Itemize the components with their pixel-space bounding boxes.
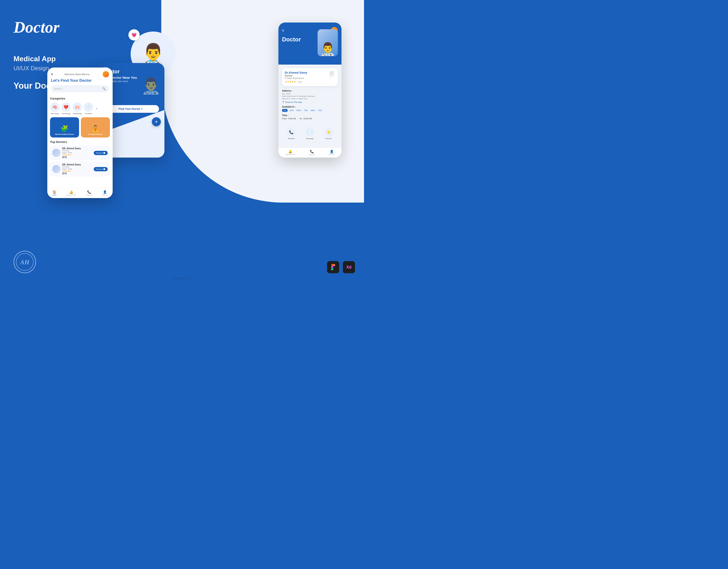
women-label: All About Women (88, 133, 103, 135)
address-label: Address : (282, 90, 338, 92)
logo: AH (14, 251, 36, 273)
detail-account-icon: 👤 (330, 150, 334, 153)
request-btn-1[interactable]: Request 🕐 (94, 151, 108, 155)
detail-nav-appointments[interactable]: 🔔 Appointments (285, 150, 295, 155)
phone-main: ≡ Welcome Back Menna .. Let's Find Your … (47, 68, 113, 198)
categories-row: 🧠 Neurology ❤️ Cardiology 🫁 Hepatology 🦷… (50, 102, 110, 115)
articles-row: 🧩 Mental Health Articles 🧘 All About Wom… (50, 117, 110, 138)
detail-menu-icon[interactable]: ≡ (282, 29, 284, 33)
action-review[interactable]: ⭐ Review (324, 128, 333, 140)
show-on-map[interactable]: 📍 Show On The Map (282, 101, 338, 103)
time-label: Time : (282, 114, 338, 117)
category-cardiology[interactable]: ❤️ Cardiology (61, 102, 71, 115)
detail-bottom-nav: 🔔 Appointments 📞 Request 👤 Account (278, 148, 341, 158)
find-doctor-title: Let's Find Your Doctor (51, 78, 109, 83)
review-action-label: Review (326, 138, 332, 140)
request-action-label: Request (288, 138, 295, 140)
figma-logo-svg (330, 264, 336, 270)
figma-icon (327, 261, 339, 273)
nav-appointments-label: Appointments (66, 194, 76, 196)
detail-nav-account[interactable]: 👤 Account (329, 150, 334, 155)
nav-home[interactable]: 🏠 Home (52, 190, 57, 196)
address-value: Apt . TantaIslted Street Next To Pyramid… (282, 93, 338, 100)
logo-initials: AH (14, 251, 36, 273)
search-icon[interactable]: 🔍 (102, 87, 106, 91)
time-section: Time : From : 9:00 AM To : 10:00 PM (282, 114, 338, 120)
women-icon: 🧘 (91, 125, 99, 132)
neurology-label: Neurology (51, 113, 59, 115)
search-bar[interactable]: Search... 🔍 (51, 85, 109, 92)
category-hepatology[interactable]: 🫁 Hepatology (73, 102, 82, 115)
detail-request-icon: 📞 (310, 150, 314, 153)
phone-detail: ≡ Doctor 👨‍⚕️ Dr.Ahmed Samy Dentist 5 Ye… (278, 23, 341, 158)
doctor-card-2[interactable]: DR. Ahmed Samy Dentistry Egypt -Tanta ★★… (50, 162, 110, 177)
day-thu: THU (317, 109, 323, 112)
category-neurology[interactable]: 🧠 Neurology (50, 102, 59, 115)
doctor-loc-1: Egypt -Tanta (62, 152, 92, 154)
search-placeholder: Search... (54, 87, 100, 90)
doctor-price-2: 10 $ (62, 172, 92, 175)
tools-panel: Xd (327, 261, 355, 273)
top-doctors-title: Top Doctors (50, 140, 110, 144)
doctor-photo-emoji: 👨‍⚕️ (320, 42, 336, 56)
neurology-icon: 🧠 (50, 102, 59, 112)
request-action-icon: 📞 (287, 128, 296, 137)
request-icon: 📞 (87, 190, 91, 194)
review-count: +223 (297, 81, 302, 83)
day-wed: WED (310, 109, 316, 112)
heartbeat-icon: 💗 (128, 29, 140, 41)
doctor-spec-1: Dentistry (62, 150, 92, 152)
account-icon: 👤 (103, 190, 107, 194)
dentistry-icon: 🦷 (84, 102, 93, 112)
nav-request-label: Request (86, 194, 92, 196)
categories-title: Caregories (50, 97, 110, 100)
categories-arrow[interactable]: › (96, 107, 97, 111)
svg-text:AH: AH (20, 259, 30, 266)
action-message[interactable]: ✉️ Message (305, 128, 314, 140)
hamburger-icon[interactable]: ≡ (51, 72, 53, 76)
action-buttons: 📞 Request ✉️ Message ⭐ Review (282, 128, 338, 140)
nav-appointments[interactable]: 🔔 Appointments (66, 190, 76, 196)
doctor-detail-card: Dr.Ahmed Samy Dentist 5 Years Experience… (282, 68, 338, 86)
app-subtitle: Medical App (14, 55, 104, 63)
xd-label: Xd (346, 265, 351, 270)
doctor-name-1: DR. Ahmed Samy (62, 147, 92, 150)
doctor-name-2: DR. Ahmed Samy (62, 164, 92, 166)
doctor-price-1: 10 $ (62, 156, 92, 159)
address-section: Address : Apt . TantaIslted Street Next … (282, 90, 338, 103)
detail-nav-request[interactable]: 📞 Request (309, 150, 315, 155)
request-btn-2[interactable]: Request 🕐 (94, 167, 108, 171)
doctor-stars-2: ★★★★★ (62, 170, 92, 172)
message-action-icon: ✉️ (305, 128, 314, 137)
doctor-detail-name: Dr.Ahmed Samy (285, 71, 335, 74)
from-time: From : 9:00 AM (282, 118, 296, 120)
category-dentistry[interactable]: 🦷 Dentistry (84, 102, 93, 115)
banner-doctor-emoji: 👨‍⚕️ (141, 77, 161, 95)
nav-request[interactable]: 📞 Request (86, 190, 92, 196)
doctor-card-1[interactable]: DR. Ahmed Samy Dentistry Egypt -Tanta ★★… (50, 145, 110, 160)
mental-health-article-card[interactable]: 🧩 Mental Health Articles (50, 117, 79, 138)
doctor-avatar-1 (52, 149, 60, 157)
doctor-avatar-2 (52, 165, 60, 173)
review-action-icon: ⭐ (324, 128, 333, 137)
mental-health-label: Mental Health Articles (55, 133, 74, 135)
detail-appointments-icon: 🔔 (288, 150, 292, 153)
day-sun: SUN (289, 109, 295, 112)
appointments-icon: 🔔 (69, 190, 73, 194)
women-article-card[interactable]: 🧘 All About Women (81, 117, 110, 138)
detail-appointments-label: Appointments (285, 154, 295, 155)
doctor-stars-1: ★★★★★ (62, 154, 92, 156)
doctor-detail-photo: 👨‍⚕️ (318, 29, 338, 56)
tooth-emoji: 🦷 (328, 71, 335, 78)
days-row: SAT SUN MON TUE WED THU (282, 109, 338, 112)
doctor-spec-2: Dentistry (62, 166, 92, 168)
plus-button[interactable]: + (152, 117, 161, 126)
doctor-info-1: DR. Ahmed Samy Dentistry Egypt -Tanta ★★… (62, 147, 92, 159)
message-action-label: Message (306, 138, 314, 140)
nav-account[interactable]: 👤 Account (102, 190, 108, 196)
doctor-detail-experience: 5 Years Experience (285, 77, 335, 79)
action-request[interactable]: 📞 Request (287, 128, 296, 140)
cardiology-label: Cardiology (62, 113, 70, 115)
detail-header: ≡ Doctor 👨‍⚕️ (278, 23, 341, 65)
available-label: Available In : (282, 106, 338, 108)
